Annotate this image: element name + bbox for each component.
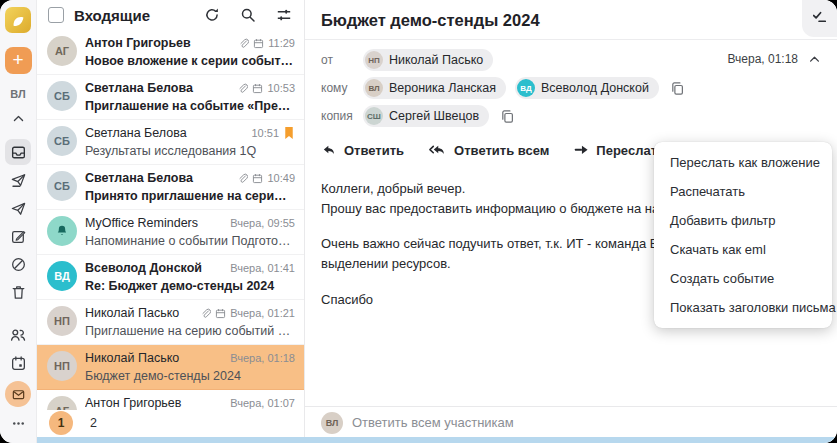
contacts-app-icon[interactable] bbox=[5, 322, 31, 348]
cc-label: копия bbox=[321, 109, 354, 123]
cc-chip[interactable]: СШ Сергей Швецов bbox=[363, 105, 489, 127]
folder-inbox-icon[interactable] bbox=[5, 139, 31, 165]
copy-recipients-icon[interactable] bbox=[670, 81, 685, 96]
to-name: Вероника Ланская bbox=[389, 81, 496, 95]
reply-all-button[interactable]: Ответить всем bbox=[428, 143, 549, 158]
from-chip[interactable]: НП Николай Пасько bbox=[363, 49, 493, 71]
email-time: Вчера, 01:07 bbox=[230, 397, 295, 409]
email-date: Вчера, 01:18 bbox=[727, 52, 798, 66]
email-subject: Бюджет демо-стенды 2024 bbox=[85, 369, 295, 383]
more-apps-ellipsis-icon[interactable] bbox=[5, 410, 31, 436]
email-sender: Светлана Белова bbox=[85, 126, 247, 140]
folder-outbox-icon[interactable] bbox=[5, 195, 31, 221]
to-chip[interactable]: ВЛ Вероника Ланская bbox=[363, 77, 506, 99]
copy-cc-icon[interactable] bbox=[500, 109, 515, 124]
event-calendar-icon bbox=[215, 308, 226, 319]
avatar: АГ bbox=[47, 396, 77, 410]
collapse-header-chevron-up-icon[interactable] bbox=[808, 53, 821, 66]
attachment-paperclip-icon bbox=[238, 38, 249, 49]
folder-spam-icon[interactable] bbox=[5, 251, 31, 277]
email-time: 10:51 bbox=[251, 127, 279, 139]
mail-app-active-icon[interactable] bbox=[5, 381, 31, 407]
page-2-button[interactable]: 2 bbox=[90, 416, 97, 430]
forward-button[interactable]: Переслать bbox=[573, 143, 665, 158]
email-row[interactable]: MyOffice Reminders Вчера, 09:55 Напомина… bbox=[37, 210, 304, 255]
menu-item-forward-as-attachment[interactable]: Переслать как вложение bbox=[654, 148, 832, 177]
body-line: выделении ресурсов. bbox=[321, 256, 451, 271]
avatar: ВЛ bbox=[365, 79, 383, 97]
email-row[interactable]: АГ Антон Григорьев Вчера, 01:07 bbox=[37, 390, 304, 410]
message-list-panel: Входящие АГ Антон Григорьев 11:29 bbox=[37, 0, 305, 443]
avatar: СБ bbox=[47, 126, 77, 156]
folder-title: Входящие bbox=[74, 7, 184, 24]
search-icon[interactable] bbox=[240, 7, 256, 23]
email-sender: Николай Пасько bbox=[85, 306, 196, 320]
page-1-button[interactable]: 1 bbox=[49, 411, 73, 435]
avatar: СБ bbox=[47, 171, 77, 201]
flag-bookmark-icon bbox=[283, 126, 295, 140]
email-row-selected[interactable]: НП Николай Пасько Вчера, 01:18 Бюджет де… bbox=[37, 345, 304, 390]
menu-item-add-filter[interactable]: Добавить фильтр bbox=[654, 206, 832, 235]
attachment-paperclip-icon bbox=[237, 173, 248, 184]
body-line: Спасибо bbox=[321, 292, 373, 307]
mail-app-window: + ВЛ bbox=[0, 0, 837, 443]
avatar: СБ bbox=[47, 81, 77, 111]
menu-item-download-eml[interactable]: Скачать как eml bbox=[654, 235, 832, 264]
email-time: Вчера, 01:21 bbox=[230, 307, 295, 319]
email-row[interactable]: СБ Светлана Белова 10:51 Результаты иссл… bbox=[37, 120, 304, 165]
email-time: Вчера, 01:41 bbox=[230, 262, 295, 274]
event-calendar-icon bbox=[252, 83, 263, 94]
avatar: ВД bbox=[517, 79, 535, 97]
bottom-scrollbar[interactable] bbox=[37, 437, 837, 443]
avatar: АГ bbox=[47, 36, 77, 66]
compose-new-button[interactable]: + bbox=[5, 47, 32, 74]
email-sender: Светлана Белова bbox=[85, 81, 233, 95]
account-initials[interactable]: ВЛ bbox=[10, 88, 25, 100]
filter-tune-icon[interactable] bbox=[276, 7, 292, 23]
email-row[interactable]: СБ Светлана Белова 10:53 Приглашение на … bbox=[37, 75, 304, 120]
collapse-account-chevron-up-icon[interactable] bbox=[5, 105, 31, 131]
folder-drafts-icon[interactable] bbox=[5, 223, 31, 249]
email-subject: Напоминание о событии Подготовить отчет… bbox=[85, 234, 295, 248]
reply-button[interactable]: Ответить bbox=[321, 143, 404, 158]
folder-trash-icon[interactable] bbox=[5, 279, 31, 305]
attachment-paperclip-icon bbox=[237, 83, 248, 94]
calendar-app-icon[interactable] bbox=[5, 350, 31, 376]
email-time: 10:49 bbox=[267, 172, 295, 184]
menu-item-print[interactable]: Распечатать bbox=[654, 177, 832, 206]
more-actions-menu: Переслать как вложение Распечатать Добав… bbox=[654, 142, 832, 328]
folder-sent-icon[interactable] bbox=[5, 167, 31, 193]
avatar: НП bbox=[47, 351, 77, 381]
myoffice-logo-icon bbox=[5, 7, 31, 33]
app-switcher bbox=[5, 322, 31, 443]
email-row[interactable]: ВД Всеволод Донской Вчера, 01:41 Re: Бюд… bbox=[37, 255, 304, 300]
email-row[interactable]: СБ Светлана Белова 10:49 Принято приглаш… bbox=[37, 165, 304, 210]
checklist-icon[interactable] bbox=[802, 0, 837, 37]
email-sender: Светлана Белова bbox=[85, 171, 233, 185]
attachment-paperclip-icon bbox=[200, 308, 211, 319]
email-meta: от НП Николай Пасько кому ВЛ Вероника Ла… bbox=[305, 40, 837, 135]
message-list-header: Входящие bbox=[37, 0, 304, 30]
email-subject: Результаты исследования 1Q bbox=[85, 144, 295, 158]
avatar: ВД bbox=[47, 261, 77, 291]
refresh-icon[interactable] bbox=[204, 7, 220, 23]
body-line: Коллеги, добрый вечер. bbox=[321, 181, 465, 196]
email-subject: Приглашение на серию событий «Демо стен… bbox=[85, 324, 295, 338]
email-row[interactable]: АГ Антон Григорьев 11:29 Новое вложение … bbox=[37, 30, 304, 75]
to-chip[interactable]: ВД Всеволод Донской bbox=[515, 77, 659, 99]
message-rows: АГ Антон Григорьев 11:29 Новое вложение … bbox=[37, 30, 304, 410]
event-calendar-icon bbox=[253, 38, 264, 49]
avatar: НП bbox=[47, 306, 77, 336]
select-all-checkbox[interactable] bbox=[48, 7, 64, 23]
email-sender: Всеволод Донской bbox=[85, 261, 226, 275]
from-name: Николай Пасько bbox=[389, 53, 483, 67]
email-row[interactable]: НП Николай Пасько Вчера, 01:21 Приглашен… bbox=[37, 300, 304, 345]
email-time: 11:29 bbox=[268, 37, 295, 49]
reminder-bell-avatar bbox=[47, 216, 77, 246]
avatar: ВЛ bbox=[321, 412, 343, 434]
email-time: 10:53 bbox=[267, 82, 295, 94]
avatar: НП bbox=[365, 51, 383, 69]
from-label: от bbox=[321, 53, 354, 67]
menu-item-show-headers[interactable]: Показать заголовки письма bbox=[654, 293, 832, 322]
menu-item-create-event[interactable]: Создать событие bbox=[654, 264, 832, 293]
